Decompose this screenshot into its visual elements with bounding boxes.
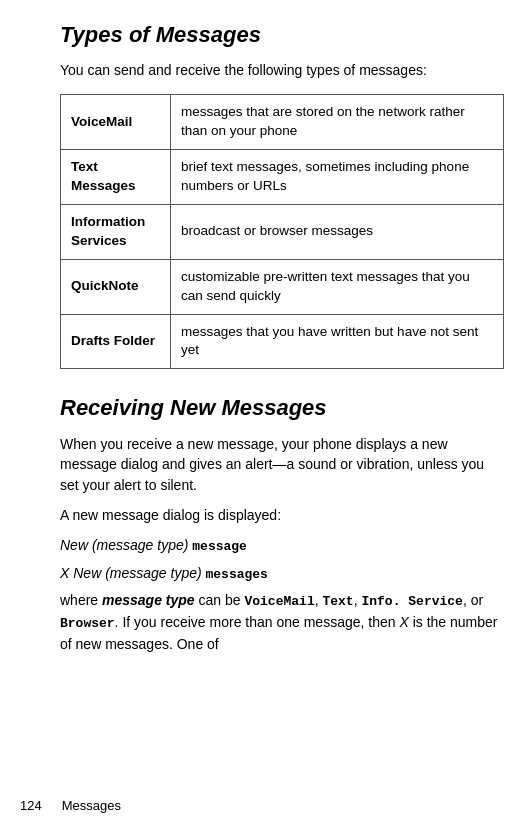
footer-page: 124 — [20, 797, 42, 815]
body3-code3: Info — [361, 594, 392, 609]
table-description: messages that are stored on the network … — [171, 95, 504, 150]
body3-pre: where — [60, 592, 102, 608]
section2-body3: where message type can be VoiceMail, Tex… — [60, 590, 504, 654]
table-row: VoiceMailmessages that are stored on the… — [61, 95, 504, 150]
table-description: broadcast or browser messages — [171, 204, 504, 259]
code-italic-type2: (message type) — [105, 565, 201, 581]
code-italic-new1: New — [60, 537, 88, 553]
body3-sep4: , or — [463, 592, 483, 608]
code-mono2: messages — [206, 567, 268, 582]
table-term: Information Services — [61, 204, 171, 259]
body3-x: X — [399, 614, 408, 630]
code-line-1: New (message type) message — [60, 535, 504, 557]
code-x: X — [60, 565, 69, 581]
table-row: QuickNotecustomizable pre-written text m… — [61, 259, 504, 314]
section2-body2: A new message dialog is displayed: — [60, 505, 504, 525]
footer-label: Messages — [62, 797, 121, 815]
body3-code2: Text — [322, 594, 353, 609]
table-description: customizable pre-written text messages t… — [171, 259, 504, 314]
body3-code4: Service — [408, 594, 463, 609]
body3-mid: can be — [195, 592, 245, 608]
section2-body1: When you receive a new message, your pho… — [60, 434, 504, 495]
table-row: Information Servicesbroadcast or browser… — [61, 204, 504, 259]
table-description: messages that you have written but have … — [171, 314, 504, 369]
body3-end: . If you receive more than one message, … — [115, 614, 400, 630]
code-italic-type1: (message type) — [92, 537, 188, 553]
page-footer: 124 Messages — [20, 797, 121, 815]
body3-code5: Browser — [60, 616, 115, 631]
table-term: Text Messages — [61, 150, 171, 205]
body3-sep3: . — [393, 594, 409, 609]
table-description: brief text messages, sometimes including… — [171, 150, 504, 205]
code-line-2: X New (message type) messages — [60, 563, 504, 585]
table-term: Drafts Folder — [61, 314, 171, 369]
section2-title: Receiving New Messages — [60, 393, 504, 424]
intro-text: You can send and receive the following t… — [60, 61, 504, 81]
table-row: Text Messagesbrief text messages, someti… — [61, 150, 504, 205]
message-table: VoiceMailmessages that are stored on the… — [60, 94, 504, 369]
body3-italic: message type — [102, 592, 195, 608]
page-title: Types of Messages — [60, 20, 504, 51]
body3-code1: VoiceMail — [244, 594, 314, 609]
table-term: VoiceMail — [61, 95, 171, 150]
table-row: Drafts Foldermessages that you have writ… — [61, 314, 504, 369]
table-term: QuickNote — [61, 259, 171, 314]
code-italic-new2: New — [73, 565, 101, 581]
code-mono1: message — [192, 539, 247, 554]
